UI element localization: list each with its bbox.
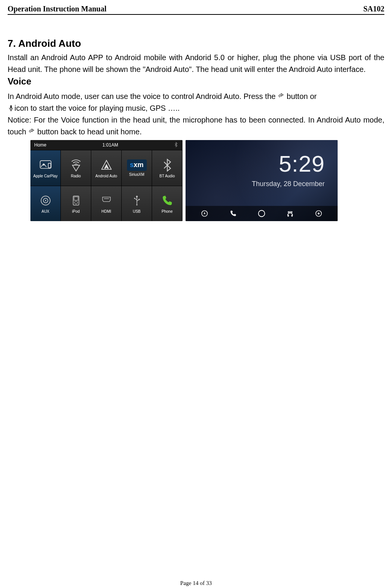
svg-rect-10: [74, 197, 78, 201]
hu-cell-siriusxm[interactable]: sxm SiriusXM: [122, 150, 152, 186]
voice-arrow-icon: [28, 128, 35, 135]
nav-music-icon[interactable]: [285, 209, 295, 218]
aa-date: Thursday, 28 December: [252, 180, 325, 188]
section-title: 7. Android Auto: [8, 38, 384, 49]
page-header: Operation Instruction Manual SA102: [8, 5, 384, 15]
nav-maps-icon[interactable]: [200, 209, 209, 218]
bt-audio-icon: [160, 158, 175, 172]
hu-label: USB: [133, 209, 141, 214]
hu-cell-bt-audio[interactable]: BT Audio: [152, 150, 183, 186]
aa-clock-block: 5:29 Thursday, 28 December: [186, 140, 338, 206]
hu-cell-hdmi[interactable]: HDMI: [91, 186, 122, 221]
svg-rect-21: [291, 215, 292, 217]
svg-rect-5: [48, 163, 51, 168]
header-left: Operation Instruction Manual: [8, 5, 106, 13]
hu-label: BT Audio: [159, 174, 175, 178]
hdmi-icon: [99, 193, 114, 208]
hu-cell-phone[interactable]: Phone: [152, 186, 183, 221]
hu-label: Phone: [162, 209, 173, 214]
notice-text-2: button back to head unit home.: [37, 127, 142, 136]
page-footer: Page 14 of 33: [0, 580, 392, 586]
apple-carplay-icon: [38, 158, 53, 172]
intro-paragraph: Install an Android Auto APP to Android m…: [8, 52, 384, 75]
svg-marker-18: [203, 212, 205, 215]
svg-rect-3: [40, 161, 51, 168]
nav-exit-icon[interactable]: [314, 209, 324, 218]
headunit-grid: Apple CarPlay Radio Android Auto sxm: [30, 150, 183, 221]
android-auto-screenshot: 5:29 Thursday, 28 December: [186, 140, 338, 221]
android-auto-icon: [99, 158, 114, 172]
svg-rect-16: [138, 199, 140, 200]
nav-home-icon[interactable]: [257, 209, 267, 218]
nav-phone-icon[interactable]: [228, 209, 238, 218]
microphone-icon: [8, 105, 14, 112]
aux-icon: [38, 193, 53, 208]
siriusxm-icon: sxm: [127, 159, 147, 171]
radio-icon: [69, 158, 83, 172]
section-name: Android Auto: [18, 38, 81, 49]
hu-cell-radio[interactable]: Radio: [61, 150, 91, 186]
voice-text-1: In Android Auto mode, user can use the v…: [8, 92, 278, 100]
hu-label: Radio: [71, 174, 81, 178]
svg-point-11: [75, 201, 78, 204]
svg-rect-20: [287, 215, 289, 217]
phone-icon: [160, 193, 175, 208]
usb-icon: [130, 193, 144, 208]
hu-label: AUX: [41, 209, 49, 214]
voice-paragraph: In Android Auto mode, user can use the v…: [8, 91, 384, 114]
headunit-screenshot: Home 1:01AM Apple CarPlay: [30, 140, 183, 221]
hu-label: HDMI: [102, 209, 111, 214]
header-right: SA102: [363, 5, 384, 13]
hu-clock: 1:01AM: [57, 142, 163, 148]
hu-home-label: Home: [30, 142, 57, 148]
svg-point-23: [318, 213, 320, 215]
voice-text-3: icon to start the voice for playing musi…: [14, 104, 180, 112]
aa-bottom-nav: [186, 206, 338, 221]
voice-arrow-icon: [278, 93, 284, 100]
hu-cell-android-auto[interactable]: Android Auto: [91, 150, 122, 186]
voice-text-2: button or: [287, 92, 317, 100]
aa-time: 5:29: [279, 153, 325, 175]
notice-paragraph: Notice: For the Voice function in the he…: [8, 114, 384, 138]
ipod-icon: [69, 193, 83, 208]
hu-label: Apple CarPlay: [33, 174, 58, 178]
hu-label: SiriusXM: [129, 172, 144, 177]
bluetooth-icon: [163, 142, 183, 148]
svg-point-19: [259, 210, 265, 217]
hu-cell-usb[interactable]: USB: [122, 186, 152, 221]
hu-cell-apple-carplay[interactable]: Apple CarPlay: [30, 150, 61, 186]
hu-cell-aux[interactable]: AUX: [30, 186, 61, 221]
hu-label: iPod: [72, 209, 79, 214]
section-number: 7.: [8, 38, 16, 49]
svg-rect-0: [10, 105, 12, 109]
headunit-status-bar: Home 1:01AM: [30, 140, 183, 150]
hu-cell-ipod[interactable]: iPod: [61, 186, 91, 221]
hu-label: Android Auto: [95, 174, 117, 178]
svg-point-15: [134, 198, 135, 199]
voice-heading: Voice: [8, 76, 384, 87]
screenshot-row: Home 1:01AM Apple CarPlay: [30, 140, 384, 221]
svg-point-8: [45, 200, 46, 201]
